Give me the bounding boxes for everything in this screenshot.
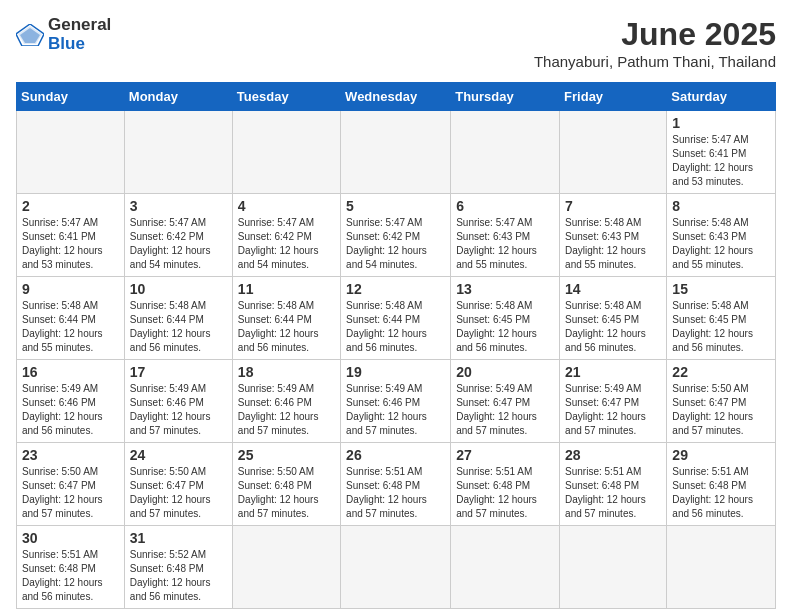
- col-header-sunday: Sunday: [17, 83, 125, 111]
- day-number: 11: [238, 281, 335, 297]
- calendar-table: SundayMondayTuesdayWednesdayThursdayFrid…: [16, 82, 776, 609]
- main-title: June 2025: [534, 16, 776, 53]
- day-number: 13: [456, 281, 554, 297]
- day-info: Sunrise: 5:50 AMSunset: 6:47 PMDaylight:…: [130, 465, 227, 521]
- day-number: 30: [22, 530, 119, 546]
- col-header-wednesday: Wednesday: [341, 83, 451, 111]
- calendar-cell: 23Sunrise: 5:50 AMSunset: 6:47 PMDayligh…: [17, 443, 125, 526]
- day-number: 19: [346, 364, 445, 380]
- day-number: 17: [130, 364, 227, 380]
- day-info: Sunrise: 5:49 AMSunset: 6:46 PMDaylight:…: [238, 382, 335, 438]
- day-number: 31: [130, 530, 227, 546]
- calendar-cell: 15Sunrise: 5:48 AMSunset: 6:45 PMDayligh…: [667, 277, 776, 360]
- day-info: Sunrise: 5:48 AMSunset: 6:44 PMDaylight:…: [238, 299, 335, 355]
- calendar-cell: [451, 111, 560, 194]
- calendar-cell: 18Sunrise: 5:49 AMSunset: 6:46 PMDayligh…: [232, 360, 340, 443]
- calendar-cell: 1Sunrise: 5:47 AMSunset: 6:41 PMDaylight…: [667, 111, 776, 194]
- col-header-tuesday: Tuesday: [232, 83, 340, 111]
- day-info: Sunrise: 5:48 AMSunset: 6:43 PMDaylight:…: [565, 216, 661, 272]
- calendar-cell: [560, 526, 667, 609]
- day-info: Sunrise: 5:47 AMSunset: 6:42 PMDaylight:…: [346, 216, 445, 272]
- week-row-5: 23Sunrise: 5:50 AMSunset: 6:47 PMDayligh…: [17, 443, 776, 526]
- calendar-cell: 30Sunrise: 5:51 AMSunset: 6:48 PMDayligh…: [17, 526, 125, 609]
- day-info: Sunrise: 5:49 AMSunset: 6:46 PMDaylight:…: [346, 382, 445, 438]
- day-info: Sunrise: 5:47 AMSunset: 6:42 PMDaylight:…: [130, 216, 227, 272]
- day-info: Sunrise: 5:50 AMSunset: 6:47 PMDaylight:…: [22, 465, 119, 521]
- calendar-cell: [341, 526, 451, 609]
- day-number: 16: [22, 364, 119, 380]
- day-number: 23: [22, 447, 119, 463]
- day-number: 22: [672, 364, 770, 380]
- week-row-6: 30Sunrise: 5:51 AMSunset: 6:48 PMDayligh…: [17, 526, 776, 609]
- day-info: Sunrise: 5:49 AMSunset: 6:47 PMDaylight:…: [456, 382, 554, 438]
- calendar-cell: 21Sunrise: 5:49 AMSunset: 6:47 PMDayligh…: [560, 360, 667, 443]
- col-header-thursday: Thursday: [451, 83, 560, 111]
- day-info: Sunrise: 5:51 AMSunset: 6:48 PMDaylight:…: [565, 465, 661, 521]
- calendar-cell: 12Sunrise: 5:48 AMSunset: 6:44 PMDayligh…: [341, 277, 451, 360]
- header: General Blue June 2025 Thanyaburi, Pathu…: [16, 16, 776, 70]
- day-number: 6: [456, 198, 554, 214]
- calendar-header-row: SundayMondayTuesdayWednesdayThursdayFrid…: [17, 83, 776, 111]
- day-info: Sunrise: 5:47 AMSunset: 6:41 PMDaylight:…: [672, 133, 770, 189]
- day-number: 9: [22, 281, 119, 297]
- day-info: Sunrise: 5:51 AMSunset: 6:48 PMDaylight:…: [672, 465, 770, 521]
- day-info: Sunrise: 5:47 AMSunset: 6:43 PMDaylight:…: [456, 216, 554, 272]
- day-number: 7: [565, 198, 661, 214]
- day-info: Sunrise: 5:48 AMSunset: 6:45 PMDaylight:…: [672, 299, 770, 355]
- calendar-cell: 29Sunrise: 5:51 AMSunset: 6:48 PMDayligh…: [667, 443, 776, 526]
- calendar-cell: 8Sunrise: 5:48 AMSunset: 6:43 PMDaylight…: [667, 194, 776, 277]
- day-info: Sunrise: 5:51 AMSunset: 6:48 PMDaylight:…: [22, 548, 119, 604]
- day-info: Sunrise: 5:51 AMSunset: 6:48 PMDaylight:…: [346, 465, 445, 521]
- day-info: Sunrise: 5:49 AMSunset: 6:47 PMDaylight:…: [565, 382, 661, 438]
- day-number: 1: [672, 115, 770, 131]
- calendar-cell: [17, 111, 125, 194]
- calendar-cell: [451, 526, 560, 609]
- calendar-cell: 3Sunrise: 5:47 AMSunset: 6:42 PMDaylight…: [124, 194, 232, 277]
- day-number: 15: [672, 281, 770, 297]
- day-number: 28: [565, 447, 661, 463]
- day-number: 20: [456, 364, 554, 380]
- calendar-cell: 24Sunrise: 5:50 AMSunset: 6:47 PMDayligh…: [124, 443, 232, 526]
- calendar-cell: 11Sunrise: 5:48 AMSunset: 6:44 PMDayligh…: [232, 277, 340, 360]
- day-number: 2: [22, 198, 119, 214]
- calendar-cell: 22Sunrise: 5:50 AMSunset: 6:47 PMDayligh…: [667, 360, 776, 443]
- day-info: Sunrise: 5:49 AMSunset: 6:46 PMDaylight:…: [22, 382, 119, 438]
- week-row-4: 16Sunrise: 5:49 AMSunset: 6:46 PMDayligh…: [17, 360, 776, 443]
- day-info: Sunrise: 5:47 AMSunset: 6:42 PMDaylight:…: [238, 216, 335, 272]
- day-info: Sunrise: 5:50 AMSunset: 6:48 PMDaylight:…: [238, 465, 335, 521]
- calendar-cell: [667, 526, 776, 609]
- day-number: 3: [130, 198, 227, 214]
- calendar-cell: 27Sunrise: 5:51 AMSunset: 6:48 PMDayligh…: [451, 443, 560, 526]
- day-number: 5: [346, 198, 445, 214]
- day-info: Sunrise: 5:48 AMSunset: 6:44 PMDaylight:…: [346, 299, 445, 355]
- logo: General Blue: [16, 16, 111, 53]
- calendar-cell: 2Sunrise: 5:47 AMSunset: 6:41 PMDaylight…: [17, 194, 125, 277]
- logo-icon: [16, 24, 44, 46]
- day-number: 27: [456, 447, 554, 463]
- day-info: Sunrise: 5:50 AMSunset: 6:47 PMDaylight:…: [672, 382, 770, 438]
- calendar-cell: [341, 111, 451, 194]
- calendar-cell: 5Sunrise: 5:47 AMSunset: 6:42 PMDaylight…: [341, 194, 451, 277]
- week-row-3: 9Sunrise: 5:48 AMSunset: 6:44 PMDaylight…: [17, 277, 776, 360]
- week-row-2: 2Sunrise: 5:47 AMSunset: 6:41 PMDaylight…: [17, 194, 776, 277]
- day-info: Sunrise: 5:52 AMSunset: 6:48 PMDaylight:…: [130, 548, 227, 604]
- day-number: 10: [130, 281, 227, 297]
- day-number: 26: [346, 447, 445, 463]
- day-info: Sunrise: 5:48 AMSunset: 6:45 PMDaylight:…: [456, 299, 554, 355]
- calendar-cell: 19Sunrise: 5:49 AMSunset: 6:46 PMDayligh…: [341, 360, 451, 443]
- calendar-cell: 10Sunrise: 5:48 AMSunset: 6:44 PMDayligh…: [124, 277, 232, 360]
- calendar-cell: [232, 111, 340, 194]
- col-header-friday: Friday: [560, 83, 667, 111]
- day-number: 12: [346, 281, 445, 297]
- day-number: 18: [238, 364, 335, 380]
- subtitle: Thanyaburi, Pathum Thani, Thailand: [534, 53, 776, 70]
- day-info: Sunrise: 5:49 AMSunset: 6:46 PMDaylight:…: [130, 382, 227, 438]
- day-number: 8: [672, 198, 770, 214]
- logo-text: General Blue: [48, 16, 111, 53]
- day-number: 25: [238, 447, 335, 463]
- calendar-cell: 31Sunrise: 5:52 AMSunset: 6:48 PMDayligh…: [124, 526, 232, 609]
- calendar-cell: 13Sunrise: 5:48 AMSunset: 6:45 PMDayligh…: [451, 277, 560, 360]
- logo-blue: Blue: [48, 34, 85, 53]
- calendar-cell: 14Sunrise: 5:48 AMSunset: 6:45 PMDayligh…: [560, 277, 667, 360]
- day-number: 4: [238, 198, 335, 214]
